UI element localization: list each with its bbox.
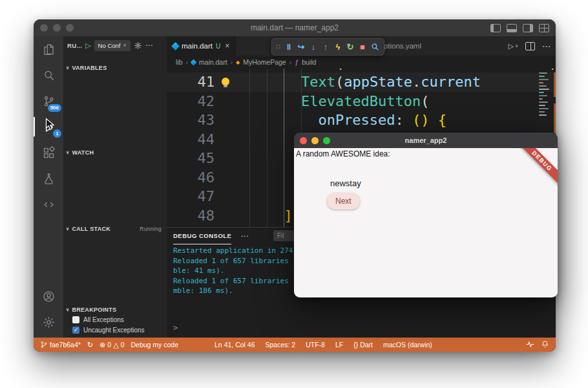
indentation-item[interactable]: Spaces: 2 (266, 341, 296, 349)
toggle-sidebar-icon[interactable] (490, 24, 501, 32)
zoom-window-button[interactable] (323, 137, 330, 144)
customize-layout-icon[interactable] (539, 24, 549, 32)
start-debug-icon[interactable]: ▷ (85, 41, 90, 50)
restart-icon[interactable]: ↻ (345, 39, 355, 54)
explorer-icon[interactable] (34, 36, 63, 62)
configure-gear-icon[interactable] (134, 41, 142, 50)
line-number[interactable]: 41 (167, 72, 215, 92)
hot-reload-icon[interactable]: ϟ (333, 39, 343, 54)
minimap-line (539, 85, 547, 87)
run-and-debug-icon[interactable]: 1 (34, 114, 63, 140)
line-number[interactable]: 46 (167, 168, 215, 188)
app-titlebar[interactable]: namer_app2 (294, 133, 558, 148)
watch-label: WATCH (72, 149, 94, 156)
gripper-icon[interactable]: ∷ (276, 43, 280, 51)
window-title: main.dart — namer_app2 (34, 23, 556, 32)
encoding-item[interactable]: UTF-8 (306, 341, 325, 349)
cursor-position-item[interactable]: Ln 41, Col 46 (215, 341, 255, 349)
lightbulb-icon[interactable] (222, 78, 229, 85)
more-actions-icon[interactable]: ⋯ (145, 41, 153, 50)
chevron-down-icon: ∨ (123, 43, 126, 48)
breadcrumb: lib › main.dart › ◆ MyHomePage › ƒ build (167, 56, 556, 69)
close-tab-icon[interactable]: × (225, 41, 229, 50)
language-mode-item[interactable]: {} Dart (353, 341, 373, 349)
warning-count: 0 (121, 341, 125, 349)
variables-section-header[interactable]: ∨ VARIABLES (63, 62, 167, 73)
debug-toolbar[interactable]: ∷ ‖↪↓↑ϟ↻■ (271, 38, 384, 56)
step-over-icon[interactable]: ↪ (296, 39, 306, 54)
line-number[interactable]: 44 (167, 130, 215, 149)
tab-main-dart[interactable]: main.dart U × (167, 36, 236, 56)
minimize-window-button[interactable] (53, 24, 61, 32)
app-window-title: namer_app2 (294, 136, 558, 144)
debug-badge: 1 (53, 129, 61, 138)
inspect-icon[interactable] (370, 39, 380, 54)
sync-icon[interactable]: ↻ (87, 341, 93, 349)
checkbox-unchecked[interactable] (72, 316, 79, 323)
zoom-window-button[interactable] (66, 24, 74, 32)
debug-config-item[interactable]: Debug my code (131, 341, 178, 349)
testing-flask-icon[interactable] (34, 166, 63, 191)
split-editor-icon[interactable] (525, 42, 535, 50)
device-item[interactable]: macOS (darwin) (383, 341, 432, 349)
toggle-panel-icon[interactable] (507, 24, 517, 32)
close-window-button[interactable] (300, 137, 307, 144)
console-input-prompt[interactable]: > (173, 323, 178, 332)
settings-gear-icon[interactable] (34, 309, 63, 335)
vscode-titlebar[interactable]: main.dart — namer_app2 (34, 19, 556, 36)
layout-controls (490, 19, 549, 36)
more-actions-icon[interactable]: ⋯ (542, 41, 551, 51)
extensions-icon[interactable] (34, 140, 63, 166)
branch-name: fae7b6a4* (50, 341, 81, 349)
breakpoint-uncaught-exceptions[interactable]: ✓ Uncaught Exceptions (63, 325, 167, 335)
activity-bar: 506 1 (34, 36, 63, 338)
pause-icon[interactable]: ‖ (284, 39, 294, 54)
checkbox-checked[interactable]: ✓ (72, 327, 79, 334)
watch-section-header[interactable]: ∨ WATCH (63, 147, 167, 158)
breakpoints-section-header[interactable]: ∨ BREAKPOINTS (63, 304, 167, 315)
search-icon[interactable] (34, 62, 63, 88)
breadcrumb-class[interactable]: MyHomePage (243, 58, 286, 66)
breadcrumb-method[interactable]: build (302, 58, 316, 66)
line-number[interactable]: 43 (167, 111, 215, 130)
breadcrumb-file[interactable]: main.dart (199, 58, 227, 66)
call-stack-label: CALL STACK (72, 226, 110, 232)
line-number[interactable]: 45 (167, 149, 215, 168)
source-control-icon[interactable]: 506 (34, 88, 63, 114)
step-out-icon[interactable]: ↑ (320, 39, 331, 54)
minimize-window-button[interactable] (311, 137, 319, 144)
eol-item[interactable]: LF (335, 341, 343, 349)
more-actions-icon[interactable]: ⋯ (240, 232, 248, 241)
notifications-bell-icon[interactable] (541, 340, 549, 350)
step-into-icon[interactable]: ↓ (308, 39, 319, 54)
code-line-43[interactable]: 43onPressed: () { (167, 111, 556, 130)
errors-item[interactable]: ⊗ 0 △ 0 (100, 341, 124, 349)
tab-debug-console[interactable]: DEBUG CONSOLE (173, 228, 231, 244)
stop-icon[interactable]: ■ (357, 39, 368, 54)
account-icon[interactable] (34, 283, 63, 309)
minimap-line (539, 111, 545, 113)
code-chevrons-icon[interactable] (34, 191, 63, 217)
code-line-41[interactable]: 41Text(appState.current (167, 72, 556, 92)
line-number[interactable]: 48 (167, 206, 215, 226)
toggle-secondary-sidebar-icon[interactable] (523, 24, 533, 32)
breakpoint-all-exceptions[interactable]: All Exceptions (63, 314, 167, 325)
run-file-icon[interactable]: ▷∨ (508, 42, 518, 50)
line-number[interactable]: 47 (167, 187, 215, 206)
line-number[interactable]: 42 (167, 92, 215, 111)
git-status-badge: U (216, 43, 220, 50)
call-stack-section-header[interactable]: ∨ CALL STACK Running (63, 223, 167, 234)
minimap-line (539, 79, 549, 80)
minimap-line (539, 89, 549, 90)
minimap-line (539, 95, 547, 96)
status-bar: fae7b6a4* ↻ ⊗ 0 △ 0 Debug my code Ln 41,… (34, 338, 556, 352)
pulse-icon[interactable] (526, 340, 534, 350)
minimap-line (539, 72, 547, 74)
launch-config-dropdown[interactable]: No Conf ∨ (94, 40, 131, 51)
close-window-button[interactable] (40, 24, 48, 32)
git-branch-item[interactable]: fae7b6a4* (40, 341, 81, 349)
code-line-42[interactable]: 42ElevatedButton( (167, 92, 556, 111)
next-button[interactable]: Next (327, 193, 360, 210)
breadcrumb-lib[interactable]: lib (176, 58, 183, 66)
minimap-line (539, 105, 545, 106)
